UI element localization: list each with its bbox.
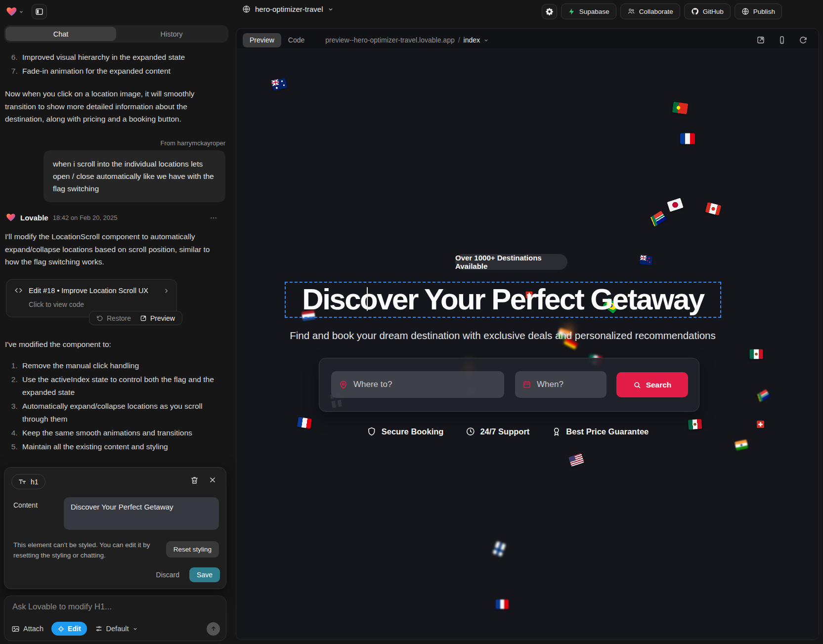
lovable-heart-avatar-icon: [6, 213, 16, 222]
gear-icon: [545, 7, 554, 16]
supabase-label: Supabase: [579, 8, 609, 15]
search-panel: Search: [319, 358, 699, 412]
chevron-down-icon: [483, 38, 489, 43]
edit-card-subtitle: Click to view code: [29, 301, 84, 308]
when-input[interactable]: [537, 380, 599, 389]
content-field[interactable]: Discover Your Perfect Getaway: [64, 497, 219, 530]
assistant-name: Lovable: [20, 214, 48, 222]
supabase-bolt-icon: [568, 8, 575, 15]
flag-pt-icon: [672, 102, 689, 115]
preview-button[interactable]: Preview: [140, 314, 175, 322]
list-item: Improved visual hierarchy in the expande…: [20, 51, 222, 64]
map-pin-icon: [339, 380, 348, 389]
flag-fr-icon: [297, 417, 312, 429]
settings-button[interactable]: [542, 4, 557, 19]
restore-button[interactable]: Restore: [96, 314, 131, 322]
lovable-logo-menu[interactable]: [6, 6, 24, 17]
close-icon: [208, 475, 217, 484]
feature-secure-booking: Secure Booking: [367, 427, 444, 436]
styling-note: This element can't be styled. You can ed…: [13, 540, 164, 560]
flag-us-icon: [568, 453, 584, 467]
project-menu[interactable]: hero-optimizer-travel: [242, 5, 334, 13]
github-button[interactable]: GitHub: [684, 3, 731, 19]
tab-history[interactable]: History: [116, 27, 227, 41]
close-editor-button[interactable]: [208, 475, 217, 484]
tab-preview[interactable]: Preview: [243, 33, 281, 47]
when-field[interactable]: [515, 371, 606, 398]
globe-icon: [741, 7, 749, 15]
search-button[interactable]: Search: [616, 372, 688, 397]
chat-input[interactable]: [12, 602, 218, 621]
flag-fr-icon: [680, 133, 695, 144]
mobile-view-button[interactable]: [778, 36, 786, 44]
list-item: Keep the same smooth animations and tran…: [20, 427, 222, 439]
assistant-message-header: Lovable 18:42 on Feb 20, 2025: [6, 213, 225, 222]
arrow-up-icon: [210, 625, 217, 632]
tab-code[interactable]: Code: [281, 33, 311, 47]
reset-styling-button[interactable]: Reset styling: [166, 541, 219, 558]
flag-ca-icon: [705, 202, 722, 215]
feature-label: Best Price Guarantee: [566, 427, 649, 436]
external-link-icon: [140, 315, 147, 322]
sliders-icon: [95, 625, 103, 633]
search-icon: [633, 381, 641, 389]
chevron-down-icon: [132, 626, 138, 632]
mobile-icon: [778, 36, 786, 44]
feature-label: Secure Booking: [382, 427, 444, 436]
sidebar-toggle-button[interactable]: [32, 4, 47, 19]
feature-price-guarantee: Best Price Guarantee: [551, 427, 649, 436]
url-breadcrumb[interactable]: preview--hero-optimizer-travel.lovable.a…: [325, 36, 489, 44]
more-options-icon[interactable]: [210, 214, 217, 222]
feature-support: 24/7 Support: [465, 427, 529, 436]
tab-chat[interactable]: Chat: [5, 27, 116, 41]
url-separator: /: [458, 36, 460, 44]
refresh-button[interactable]: [799, 36, 808, 44]
publish-label: Publish: [753, 8, 775, 15]
send-button[interactable]: [207, 622, 220, 636]
lovable-heart-logo-icon: [6, 6, 17, 17]
chevron-right-icon: [163, 287, 170, 295]
code-icon: [14, 286, 23, 295]
github-icon: [691, 7, 699, 15]
flag-nz-icon: [640, 255, 652, 265]
text-caret: [367, 287, 368, 311]
mode-selector[interactable]: Default: [95, 625, 138, 633]
github-label: GitHub: [703, 8, 724, 15]
element-editor-panel: h1 Content Discover Your Perfect Getaway…: [4, 467, 226, 589]
target-icon: [57, 625, 65, 633]
flag-za-icon: [649, 211, 666, 227]
site-preview: Over 1000+ Destinations Available Discov…: [236, 48, 819, 640]
restore-label: Restore: [107, 314, 131, 322]
selected-element-pill[interactable]: h1: [11, 474, 45, 489]
flag-fi-icon: [493, 541, 506, 557]
chat-panel: Chat History Improved visual hierarchy i…: [0, 23, 233, 644]
external-link-icon: [756, 36, 765, 44]
refresh-icon: [799, 36, 808, 44]
calendar-icon: [522, 380, 531, 389]
flag-mx-icon: [749, 349, 763, 359]
hero-subheading: Find and book your dream destination wit…: [290, 330, 716, 342]
edit-mode-button[interactable]: Edit: [51, 622, 87, 636]
attach-button[interactable]: Attach: [11, 625, 43, 633]
save-button[interactable]: Save: [189, 567, 220, 582]
delete-element-button[interactable]: [190, 475, 199, 485]
edit-card-title: Edit #18 • Improve Location Scroll UX: [29, 287, 148, 295]
assistant-paragraph: Now when you click on a location image, …: [5, 87, 225, 126]
attach-image-icon: [11, 625, 20, 633]
flag-fr-icon: [496, 600, 509, 609]
collaborate-button[interactable]: Collaborate: [620, 3, 680, 19]
supabase-button[interactable]: Supabase: [561, 3, 616, 19]
open-in-new-tab-button[interactable]: [756, 36, 765, 44]
project-name: hero-optimizer-travel: [255, 5, 323, 13]
chat-history-tabs: Chat History: [4, 25, 228, 43]
where-field[interactable]: [331, 371, 504, 398]
hero-heading[interactable]: Discover Your Perfect Getaway: [286, 282, 720, 317]
discard-button[interactable]: Discard: [156, 571, 179, 579]
globe-icon: [242, 5, 251, 13]
edit-label: Edit: [68, 625, 81, 633]
chevron-down-icon: [328, 6, 334, 12]
where-input[interactable]: [353, 380, 497, 389]
award-icon: [551, 427, 561, 436]
publish-button[interactable]: Publish: [735, 3, 782, 19]
restore-icon: [96, 315, 103, 322]
